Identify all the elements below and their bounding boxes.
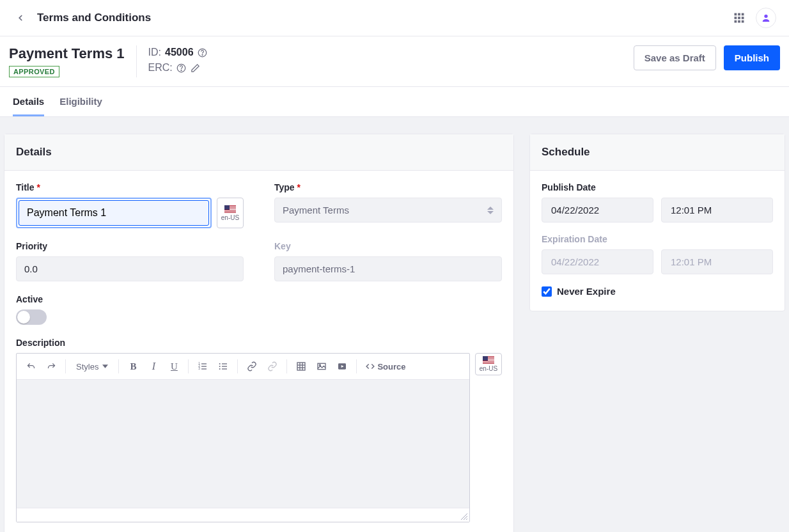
tab-details[interactable]: Details <box>13 87 44 116</box>
never-expire-checkbox[interactable] <box>542 286 552 297</box>
rte-textarea[interactable] <box>17 380 469 508</box>
rte-wrap: Styles B I U 123 <box>16 353 502 522</box>
svg-point-28 <box>219 368 221 370</box>
save-draft-button[interactable]: Save as Draft <box>634 45 716 70</box>
details-card-header: Details <box>4 134 513 171</box>
erc-row: ERC: <box>148 62 208 74</box>
edit-erc-button[interactable] <box>191 63 201 73</box>
content: Details Title en-US <box>0 117 789 532</box>
toolbar-separator <box>237 359 238 373</box>
pencil-icon <box>191 63 200 73</box>
schedule-card-body: Publish Date 04/22/2022 12:01 PM Expirat… <box>530 171 785 311</box>
title-input-wrap: en-US <box>16 198 244 228</box>
video-button[interactable] <box>333 357 351 375</box>
unordered-list-icon <box>218 361 228 372</box>
never-expire-label: Never Expire <box>557 286 616 297</box>
svg-point-27 <box>219 366 221 367</box>
page-header-actions: Save as Draft Publish <box>634 45 780 70</box>
svg-point-35 <box>320 364 321 366</box>
svg-rect-4 <box>738 17 740 19</box>
type-select: Payment Terms <box>274 198 502 223</box>
publish-time-input[interactable]: 12:01 PM <box>661 198 773 223</box>
details-card: Details Title en-US <box>4 134 514 532</box>
rte-statusbar <box>17 508 469 522</box>
user-icon <box>761 13 771 23</box>
image-icon <box>316 361 327 372</box>
video-icon <box>337 361 347 372</box>
user-avatar[interactable] <box>756 8 776 28</box>
chevron-left-icon <box>16 13 25 22</box>
back-button[interactable] <box>13 10 28 26</box>
link-icon <box>247 361 257 372</box>
svg-point-9 <box>764 15 767 18</box>
schedule-card-header: Schedule <box>530 134 785 171</box>
svg-marker-16 <box>102 364 108 368</box>
description-group: Description <box>16 338 502 522</box>
svg-point-11 <box>202 54 203 55</box>
unordered-list-button[interactable] <box>214 357 232 375</box>
publish-date-row: 04/22/2022 12:01 PM <box>542 198 773 223</box>
description-locale-selector[interactable]: en-US <box>475 353 502 375</box>
title-input[interactable] <box>19 201 208 225</box>
publish-date-input[interactable]: 04/22/2022 <box>542 198 653 223</box>
italic-button[interactable]: I <box>145 357 162 375</box>
svg-marker-14 <box>487 207 494 210</box>
key-group: Key payment-terms-1 <box>274 241 502 281</box>
help-icon[interactable] <box>176 63 187 73</box>
table-button[interactable] <box>292 357 310 375</box>
locale-selector[interactable]: en-US <box>217 198 244 228</box>
resize-grip-icon[interactable] <box>460 513 468 520</box>
type-value: Payment Terms <box>283 205 349 215</box>
details-card-body: Title en-US <box>4 171 513 532</box>
bold-button[interactable]: B <box>124 357 142 375</box>
tab-eligibility[interactable]: Eligibility <box>59 87 102 116</box>
undo-button[interactable] <box>22 357 40 375</box>
expiration-date-row: 04/22/2022 12:01 PM <box>542 249 773 274</box>
type-group: Type Payment Terms <box>274 182 502 228</box>
title-label: Title <box>16 182 244 192</box>
source-label: Source <box>377 362 405 372</box>
image-button[interactable] <box>313 357 331 375</box>
expiration-time-input: 12:01 PM <box>661 249 773 274</box>
select-caret-icon <box>487 206 494 215</box>
styles-dropdown[interactable]: Styles <box>71 362 113 372</box>
priority-label: Priority <box>16 241 244 251</box>
expiration-date-group: Expiration Date 04/22/2022 12:01 PM <box>542 234 773 274</box>
rich-text-editor: Styles B I U 123 <box>16 353 470 522</box>
priority-group: Priority 0.0 <box>16 241 244 281</box>
unlink-icon <box>267 361 277 372</box>
ordered-list-icon: 123 <box>198 361 208 372</box>
tabs: Details Eligibility <box>0 87 789 117</box>
ordered-list-button[interactable]: 123 <box>194 357 212 375</box>
styles-label: Styles <box>76 362 98 372</box>
title-group: Title en-US <box>16 182 244 228</box>
underline-button[interactable]: U <box>165 357 183 375</box>
publish-date-label: Publish Date <box>542 182 773 192</box>
type-label: Type <box>274 182 502 192</box>
title-input-focus-ring <box>16 198 212 228</box>
active-toggle[interactable] <box>16 309 47 325</box>
toolbar-separator <box>356 359 357 373</box>
table-icon <box>296 361 306 372</box>
toolbar-separator <box>118 359 119 373</box>
us-flag-icon <box>483 356 494 364</box>
svg-rect-0 <box>735 13 737 16</box>
topbar-left: Terms and Conditions <box>13 10 151 26</box>
priority-input[interactable]: 0.0 <box>16 256 244 281</box>
redo-button[interactable] <box>42 357 60 375</box>
svg-rect-8 <box>742 20 744 23</box>
unlink-button[interactable] <box>263 357 281 375</box>
meta-block: ID: 45006 ERC: <box>148 45 208 74</box>
never-expire-row[interactable]: Never Expire <box>542 286 773 297</box>
toolbar-separator <box>65 359 66 373</box>
link-button[interactable] <box>243 357 261 375</box>
publish-button[interactable]: Publish <box>724 45 780 70</box>
source-button[interactable]: Source <box>362 357 409 375</box>
key-label: Key <box>274 241 502 251</box>
help-icon[interactable] <box>198 47 208 58</box>
apps-button[interactable] <box>731 10 747 26</box>
svg-rect-6 <box>735 20 737 23</box>
key-input: payment-terms-1 <box>274 256 502 281</box>
page-title: Payment Terms 1 <box>9 45 125 62</box>
locale-code: en-US <box>480 365 497 372</box>
